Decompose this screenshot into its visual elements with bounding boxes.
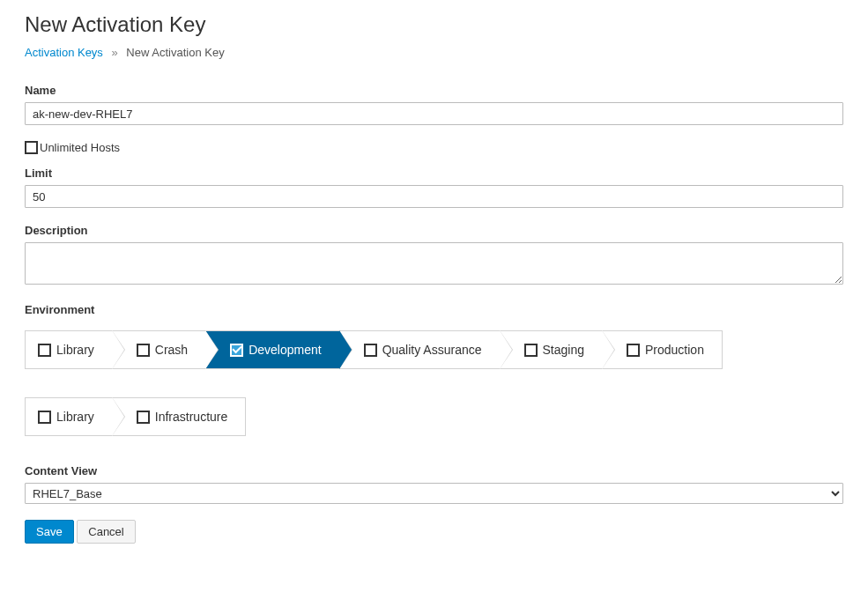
environment-step-checkbox[interactable] xyxy=(364,344,377,357)
environment-step-label: Quality Assurance xyxy=(382,343,482,357)
limit-input[interactable] xyxy=(25,185,843,208)
environment-step-label: Staging xyxy=(543,343,584,357)
environment-step-label: Crash xyxy=(155,343,188,357)
environment-step-library[interactable]: Library xyxy=(26,398,112,435)
environment-step-label: Library xyxy=(56,343,94,357)
breadcrumb-parent-link[interactable]: Activation Keys xyxy=(25,46,103,59)
environment-step-label: Development xyxy=(249,343,322,357)
breadcrumb: Activation Keys » New Activation Key xyxy=(25,46,843,59)
unlimited-hosts-checkbox[interactable] xyxy=(25,141,38,154)
environment-step-checkbox[interactable] xyxy=(38,344,51,357)
environment-step-checkbox[interactable] xyxy=(137,411,150,424)
environment-step-quality-assurance[interactable]: Quality Assurance xyxy=(339,331,500,368)
environment-step-infrastructure[interactable]: Infrastructure xyxy=(112,398,245,435)
environment-step-checkbox[interactable] xyxy=(230,344,243,357)
environment-step-development[interactable]: Development xyxy=(205,331,339,368)
description-label: Description xyxy=(25,224,843,237)
environment-step-production[interactable]: Production xyxy=(602,331,722,368)
environment-path-row: LibraryCrashDevelopmentQuality Assurance… xyxy=(25,330,723,369)
content-view-select[interactable]: RHEL7_Base xyxy=(25,483,843,504)
environment-path-selector: LibraryCrashDevelopmentQuality Assurance… xyxy=(25,330,843,436)
description-textarea[interactable] xyxy=(25,242,843,285)
breadcrumb-current: New Activation Key xyxy=(126,46,224,59)
environment-step-checkbox[interactable] xyxy=(137,344,150,357)
cancel-button[interactable]: Cancel xyxy=(77,520,135,544)
environment-path-row: LibraryInfrastructure xyxy=(25,397,246,436)
page-title: New Activation Key xyxy=(25,12,843,37)
breadcrumb-separator: » xyxy=(112,46,118,59)
save-button[interactable]: Save xyxy=(25,520,74,544)
environment-step-label: Library xyxy=(56,410,94,424)
environment-step-crash[interactable]: Crash xyxy=(112,331,205,368)
environment-step-checkbox[interactable] xyxy=(627,344,640,357)
environment-step-staging[interactable]: Staging xyxy=(500,331,602,368)
environment-label: Environment xyxy=(25,303,843,316)
content-view-label: Content View xyxy=(25,464,843,477)
environment-step-library[interactable]: Library xyxy=(26,331,112,368)
environment-step-checkbox[interactable] xyxy=(38,411,51,424)
limit-label: Limit xyxy=(25,167,843,180)
environment-step-checkbox[interactable] xyxy=(524,344,538,357)
name-input[interactable] xyxy=(25,102,843,125)
environment-step-label: Production xyxy=(645,343,704,357)
name-label: Name xyxy=(25,84,843,97)
environment-step-label: Infrastructure xyxy=(155,410,227,424)
unlimited-hosts-label: Unlimited Hosts xyxy=(40,141,120,154)
